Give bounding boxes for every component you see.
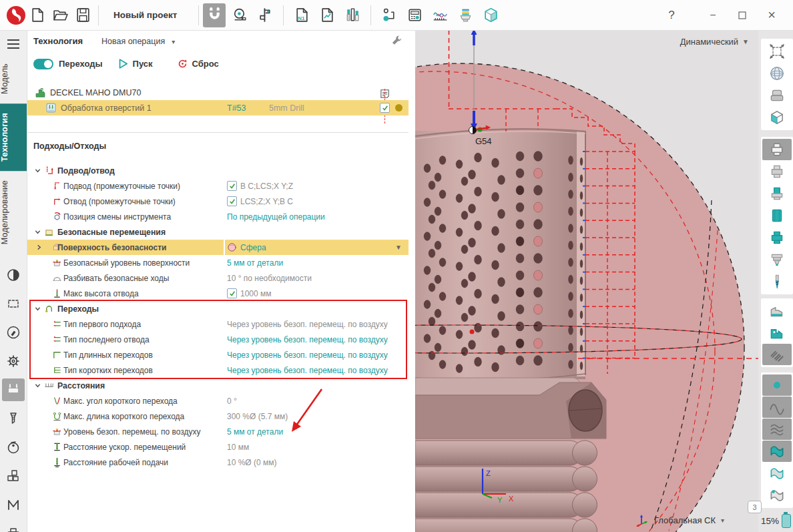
chevron-down-icon[interactable]: ▼ (395, 244, 402, 251)
machine-teal-button[interactable] (762, 322, 792, 344)
param-row[interactable]: Макс высота отвода 1000 мм (27, 286, 409, 301)
param-value[interactable]: 5 мм от детали (227, 427, 283, 437)
tools-drills-button[interactable] (341, 3, 364, 27)
param-row[interactable]: Тип первого подхода Через уровень безоп.… (27, 316, 409, 332)
stl-box-button[interactable] (479, 3, 502, 27)
waves-tool-button[interactable] (762, 419, 792, 440)
m-letter-button[interactable] (2, 493, 25, 516)
folder-open-button[interactable] (49, 3, 71, 27)
flag-dot-button[interactable] (762, 485, 792, 506)
close-button[interactable]: × (757, 4, 786, 27)
param-value[interactable]: Через уровень безоп. перемещ. по воздуху (227, 366, 388, 375)
param-row[interactable]: Позиция смены инструмента По предыдущей … (27, 209, 409, 224)
machine-tree-row[interactable]: DECKEL MAHO DMU70 (27, 85, 409, 100)
wp-teal-top-button[interactable] (762, 183, 792, 204)
wp-selected-button[interactable] (762, 139, 792, 160)
param-row[interactable]: Тип коротких переходов Через уровень без… (27, 362, 409, 378)
param-row[interactable]: Уровень безоп. перемещ. по воздуху 5 мм … (27, 424, 409, 439)
param-value[interactable]: 10 мм (227, 443, 249, 452)
cubes-button[interactable] (2, 465, 25, 487)
printer-3d-button[interactable] (454, 3, 477, 27)
contrast-button[interactable] (2, 264, 25, 286)
operation-menu[interactable]: Новая операция▾ (101, 37, 175, 46)
curves-measure-button[interactable] (429, 3, 451, 27)
wp-teal-mid-button[interactable] (762, 227, 792, 248)
help-button[interactable]: ? (657, 4, 686, 27)
sidebar-tab-2[interactable]: Моделирование (0, 171, 27, 254)
wp-teal-full-button[interactable] (762, 205, 792, 226)
param-value[interactable]: 10 ° по необходимости (227, 274, 312, 283)
view-cube-button[interactable] (762, 107, 792, 128)
param-checkbox[interactable] (227, 181, 237, 191)
pen-button[interactable] (2, 321, 25, 344)
dial-button[interactable] (2, 436, 25, 459)
funnel-screw-button[interactable] (2, 407, 25, 430)
flag-teal-button[interactable] (762, 441, 792, 462)
param-group-row[interactable]: Подвод/отвод (27, 163, 409, 178)
param-value[interactable]: 0 ° (227, 396, 237, 406)
report-doc-button[interactable] (316, 3, 338, 27)
calculator-button[interactable] (403, 3, 426, 27)
sidebar-tab-1[interactable]: Технология (0, 103, 27, 171)
wp-gray-button[interactable] (762, 161, 792, 182)
magnet-button[interactable] (203, 3, 226, 27)
param-row[interactable]: Тип длинных переходов Через уровень безо… (27, 347, 409, 362)
save-button[interactable] (71, 3, 94, 27)
csys-selector[interactable]: Глобальная СК ▾ (635, 513, 724, 527)
param-group-row[interactable]: Расстояния (27, 378, 409, 393)
flag-half-button[interactable] (762, 463, 792, 484)
operation-checkbox[interactable] (380, 103, 390, 113)
drill-tool-button[interactable] (762, 271, 792, 292)
param-value[interactable]: B C;LCS;X Y;Z (227, 181, 293, 191)
param-value[interactable]: 5 мм от детали (227, 258, 283, 268)
tape-measure-button[interactable] (228, 3, 251, 27)
param-checkbox[interactable] (227, 196, 237, 206)
param-value[interactable]: Через уровень безоп. перемещ. по воздуху (227, 320, 388, 329)
plotter-button[interactable] (2, 522, 25, 532)
maximize-button[interactable] (728, 4, 757, 27)
param-value[interactable]: 300 %Ø (5.7 мм) (227, 412, 288, 421)
view-mode-dropdown[interactable]: Динамический▼ (680, 37, 749, 47)
settings-wrench-icon[interactable] (390, 34, 404, 47)
gear-button[interactable] (2, 350, 25, 372)
workpiece-level-button[interactable] (2, 378, 25, 401)
viewport-3d[interactable]: G54 Z Y X Динамический▼ Глобальная СК ▾ (415, 30, 758, 532)
param-row[interactable]: Расстояние ускор. перемещений 10 мм (27, 439, 409, 455)
file-new-button[interactable] (26, 3, 49, 27)
chevron-right-icon[interactable] (36, 244, 42, 250)
links-toggle[interactable] (33, 59, 53, 69)
curve-tool-button[interactable] (762, 396, 792, 418)
minimize-button[interactable]: − (698, 4, 728, 27)
param-value[interactable]: Через уровень безоп. перемещ. по воздуху (227, 350, 388, 360)
selection-button[interactable] (2, 292, 25, 315)
param-row[interactable]: Безопасный уровень поверхности 5 мм от д… (27, 255, 409, 270)
param-value[interactable]: LCS;Z;X Y;B C (227, 196, 293, 206)
param-checkbox[interactable] (227, 288, 237, 298)
param-value[interactable]: 10 %Ø (0 мм) (227, 458, 277, 467)
menu-icon[interactable] (0, 34, 27, 54)
sidebar-tab-0[interactable]: Модель (0, 54, 27, 103)
param-value[interactable]: 1000 мм (227, 288, 272, 298)
notification-badge[interactable]: 3 (748, 501, 762, 513)
caliper-button[interactable] (254, 3, 276, 27)
model-part-button[interactable] (762, 85, 792, 106)
param-row[interactable]: Подвод (промежуточные точки) B C;LCS;X Y… (27, 178, 409, 194)
param-row[interactable]: Отвод (промежуточные точки) LCS;Z;X Y;B … (27, 194, 409, 209)
param-group-row[interactable]: Переходы (27, 301, 409, 316)
operation-tree-row[interactable]: Обработка отверстий 1 T#53 5mm Drill (27, 100, 409, 115)
param-value[interactable]: По предыдущей операции (227, 212, 325, 222)
param-group-row[interactable]: Безопасные перемещения (27, 224, 409, 240)
param-value[interactable]: Через уровень безоп. перемещ. по воздуху (227, 335, 388, 344)
param-row[interactable]: Разбивать безопасные ходы 10 ° по необхо… (27, 270, 409, 286)
run-button[interactable]: Пуск (117, 58, 162, 69)
param-row[interactable]: Макс. длина короткого перехода 300 %Ø (5… (27, 409, 409, 424)
wp-cone-button[interactable] (762, 249, 792, 270)
machine-half-button[interactable] (762, 300, 792, 322)
nc-doc-button[interactable]: N1 (290, 3, 313, 27)
dot-tool-button[interactable] (762, 374, 792, 396)
param-row[interactable]: Макс. угол короткого перехода 0 ° (27, 393, 409, 409)
hatch-button[interactable] (762, 344, 792, 365)
param-row[interactable]: Расстояние рабочей подачи 10 %Ø (0 мм) (27, 455, 409, 470)
globe-button[interactable] (762, 63, 792, 84)
param-row[interactable]: Поверхность безопасности Сфера▼ (27, 240, 409, 255)
